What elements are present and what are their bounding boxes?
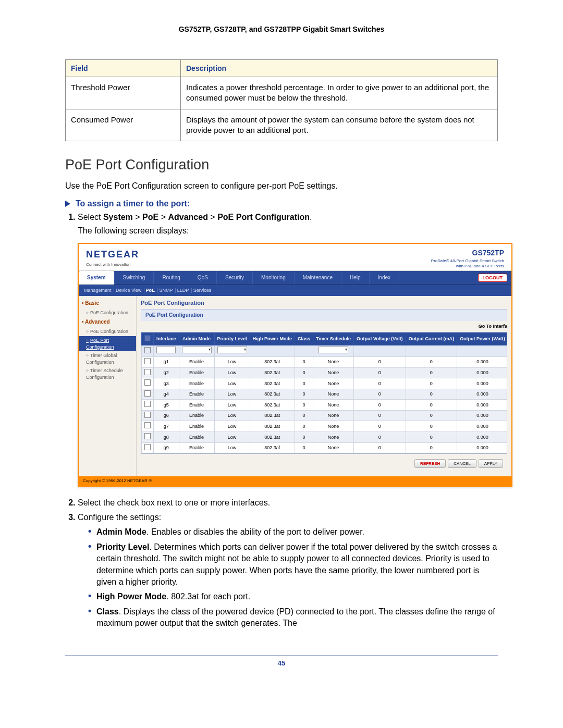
cancel-button[interactable]: CANCEL — [448, 459, 476, 468]
row-checkbox[interactable] — [144, 422, 151, 428]
grid-filter-cell — [295, 346, 313, 357]
sidebar-item-poe-port-configuration[interactable]: PoE Port Configuration — [79, 336, 136, 351]
grid-header: Admin Mode — [179, 332, 214, 346]
page-number: 45 — [65, 659, 498, 667]
grid-cell: None — [313, 378, 354, 389]
grid-cell: 0.000 — [457, 400, 507, 411]
go-to-interface-link[interactable]: Go To Interfa — [141, 321, 507, 332]
refresh-button[interactable]: REFRESH — [414, 459, 446, 468]
grid-cell: g9 — [154, 442, 179, 453]
bullet-item: High Power Mode. 802.3at for each port. — [88, 591, 498, 602]
grid-filter-cell — [457, 346, 507, 357]
grid-cell: g7 — [154, 421, 179, 432]
grid-cell: 802.3at — [250, 356, 295, 367]
grid-header: Output Voltage (Volt) — [353, 332, 406, 346]
row-checkbox[interactable] — [144, 358, 151, 364]
grid-cell: 802.3at — [250, 367, 295, 378]
grid-cell: 0 — [353, 367, 406, 378]
main-tab-maintenance[interactable]: Maintenance — [295, 271, 341, 285]
grid-header: Interface — [154, 332, 179, 346]
cell-desc: Displays the amount of power the system … — [181, 109, 498, 141]
bullet-text: . Enables or disables the ability of the… — [146, 527, 364, 536]
main-tab-routing[interactable]: Routing — [154, 271, 189, 285]
sidebar-item-poe-configuration[interactable]: PoE Configuration — [79, 309, 136, 317]
sidebar-group-basic[interactable]: • Basic — [79, 298, 136, 309]
select-all-checkbox[interactable] — [144, 335, 151, 341]
grid-cell: 802.3af — [250, 442, 295, 453]
field-description-table: Field Description Threshold Power Indica… — [65, 59, 498, 141]
row-checkbox[interactable] — [144, 412, 151, 418]
sub-tabs: Management|Device View|PoE|SNMP|LLDP|Ser… — [79, 285, 511, 296]
grid-cell — [142, 432, 154, 443]
bullet-label: Class — [96, 607, 119, 616]
cell-field: Consumed Power — [66, 109, 181, 141]
dropdown[interactable] — [182, 347, 212, 353]
main-tab-system[interactable]: System — [79, 271, 115, 285]
sidebar-item-timer-schedule-configuration[interactable]: Timer Schedule Configuration — [79, 366, 136, 381]
bullet-item: Admin Mode. Enables or disables the abil… — [88, 526, 498, 538]
grid-cell: 802.3at — [250, 378, 295, 389]
sub-tab-poe[interactable]: PoE — [146, 288, 155, 293]
grid-cell: 0 — [295, 400, 313, 411]
grid-cell: 0.000 — [457, 367, 507, 378]
main-tab-switching[interactable]: Switching — [115, 271, 154, 285]
arrow-right-icon — [65, 201, 70, 207]
grid-cell: 0 — [353, 442, 406, 453]
main-tab-qos[interactable]: QoS — [189, 271, 217, 285]
separator-icon: | — [157, 288, 158, 293]
grid-cell: None — [313, 442, 354, 453]
step1-prefix: Select — [78, 213, 103, 221]
sub-tab-services[interactable]: Services — [193, 288, 212, 293]
dropdown[interactable] — [217, 347, 247, 353]
row-checkbox[interactable] — [144, 369, 151, 375]
netgear-tagline: Connect with Innovation — [86, 262, 139, 267]
grid-cell: 0 — [295, 432, 313, 443]
grid-cell: None — [313, 421, 354, 432]
row-checkbox[interactable] — [144, 401, 151, 407]
sub-tab-management[interactable]: Management — [84, 288, 112, 293]
main-tab-index[interactable]: Index — [370, 271, 399, 285]
main-tab-help[interactable]: Help — [341, 271, 370, 285]
row-checkbox[interactable] — [144, 390, 151, 397]
procedure-heading: To assign a timer to the port: — [65, 199, 498, 208]
logout-button[interactable]: LOGOUT — [478, 274, 508, 282]
text-input[interactable] — [156, 347, 176, 353]
grid-header: Output Power (Watt) — [457, 332, 507, 346]
checkbox[interactable] — [144, 347, 151, 353]
main-tab-monitoring[interactable]: Monitoring — [253, 271, 295, 285]
sub-tab-snmp[interactable]: SNMP — [159, 288, 173, 293]
sub-tab-lldp[interactable]: LLDP — [177, 288, 189, 293]
grid-cell: 802.3at — [250, 400, 295, 411]
bullet-item: Priority Level. Determines which ports c… — [88, 541, 498, 588]
netgear-screenshot: NETGEAR Connect with Innovation GS752TP … — [78, 243, 512, 486]
row-checkbox[interactable] — [144, 379, 151, 386]
grid-cell: Enable — [179, 442, 214, 453]
grid-row: g6EnableLow802.3at0None000.00015400 — [142, 410, 508, 421]
settings-bullets: Admin Mode. Enables or disables the abil… — [78, 526, 498, 629]
separator-icon: | — [114, 288, 115, 293]
sidebar-group-advanced[interactable]: • Advanced — [79, 317, 136, 327]
dropdown[interactable] — [319, 347, 348, 353]
grid-filter-cell — [353, 346, 406, 357]
main-tab-security[interactable]: Security — [217, 271, 253, 285]
grid-cell: 0 — [353, 378, 406, 389]
row-checkbox[interactable] — [144, 433, 151, 439]
sidebar-item-timer-global-configuration[interactable]: Timer Global Configuration — [79, 351, 136, 366]
model-desc: ProSafe® 48-Port Gigabit Smart Switch wi… — [431, 258, 504, 268]
bullet-label: High Power Mode — [96, 592, 166, 601]
separator-icon: | — [175, 288, 176, 293]
panel-title: PoE Port Configuration — [141, 299, 507, 307]
grid-cell: Low — [214, 389, 250, 400]
sidebar-item-poe-configuration[interactable]: PoE Configuration — [79, 327, 136, 336]
bullet-item: Class. Displays the class of the powered… — [88, 606, 498, 630]
grid-cell: 0 — [406, 432, 457, 443]
sub-tab-device-view[interactable]: Device View — [116, 288, 141, 293]
steps-list: Select System > PoE > Advanced > PoE Por… — [78, 212, 498, 630]
grid-header: Priority Level — [214, 332, 250, 346]
row-checkbox[interactable] — [144, 444, 151, 450]
grid-cell: Low — [214, 442, 250, 453]
grid-cell: 0 — [353, 389, 406, 400]
grid-filter-cell — [179, 346, 214, 357]
grid-cell — [142, 389, 154, 400]
apply-button[interactable]: APPLY — [479, 459, 503, 468]
